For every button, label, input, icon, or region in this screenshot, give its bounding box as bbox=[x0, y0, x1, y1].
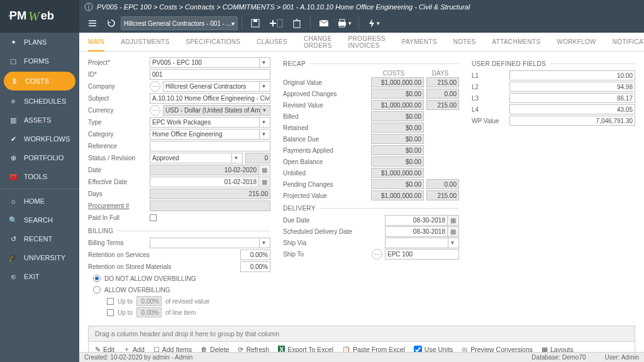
svg-text:i: i bbox=[88, 4, 89, 11]
sidebar-item-exit[interactable]: ⎋EXIT bbox=[0, 267, 79, 286]
sidebar-item-plans[interactable]: ✦PLANS bbox=[0, 33, 79, 52]
tab-workflow[interactable]: WORKFLOW bbox=[557, 33, 596, 50]
list-icon[interactable] bbox=[83, 15, 102, 31]
sidebar-item-costs[interactable]: $COSTS bbox=[4, 72, 75, 90]
history-icon[interactable] bbox=[102, 15, 121, 31]
calendar-icon[interactable]: ▦ bbox=[259, 177, 270, 187]
shipvia-select[interactable]: ▼ bbox=[385, 238, 459, 248]
tab-progress-invoices[interactable]: PROGRESS INVOICES bbox=[348, 30, 386, 54]
ret-materials-input[interactable]: 0.00% bbox=[240, 261, 270, 272]
billing-terms-select[interactable]: ▼ bbox=[150, 238, 270, 248]
calendar-icon[interactable]: ▦ bbox=[448, 215, 459, 226]
delete-button[interactable]: 🗑 Delete bbox=[201, 346, 229, 352]
tab-main[interactable]: MAIN bbox=[88, 33, 104, 52]
upto2-value[interactable]: 0.00% bbox=[136, 307, 162, 317]
record-selector[interactable]: Hillcrest General Contractors - 001 - ..… bbox=[121, 16, 238, 30]
label-procurement[interactable]: Procurement # bbox=[88, 202, 150, 209]
subject-input[interactable]: A.10.10.10 Home Office Engineering - Civ… bbox=[150, 93, 270, 104]
id-input[interactable]: 001 bbox=[150, 69, 270, 80]
upto1-value[interactable]: 0.00% bbox=[136, 296, 162, 306]
category-select[interactable]: Home Office Engineering▼ bbox=[150, 129, 270, 140]
refresh-button[interactable]: ⟳ Refresh bbox=[238, 346, 269, 352]
sidebar-item-tools[interactable]: 🧰TOOLS bbox=[0, 167, 79, 186]
upto2-checkbox[interactable] bbox=[107, 309, 114, 316]
sidebar-item-portfolio[interactable]: ⊕PORTFOLIO bbox=[0, 148, 79, 167]
currency-select[interactable]: USD - Dollar (United States of America)▼ bbox=[163, 105, 270, 116]
udf-value[interactable]: 86.17 bbox=[509, 93, 635, 103]
tab-notes[interactable]: NOTES bbox=[453, 33, 476, 50]
recap-cost: $0.00 bbox=[371, 156, 424, 167]
sidebar-item-university[interactable]: 🎓UNIVERSITY bbox=[0, 248, 79, 267]
tab-specifications[interactable]: SPECIFICATIONS bbox=[186, 33, 240, 50]
company-select[interactable]: Hillcrest General Contractors▼ bbox=[163, 81, 270, 92]
sidebar-item-recent[interactable]: ↺RECENT bbox=[0, 229, 79, 248]
project-select[interactable]: PV005 - EPC 100▼ bbox=[150, 57, 270, 68]
sched-date-input[interactable]: 08-30-2018 bbox=[385, 226, 448, 237]
sidebar-item-search[interactable]: 🔍SEARCH bbox=[0, 211, 79, 229]
udf-section: USER DEFINED FIELDS L110.00L294.98L386.1… bbox=[472, 57, 635, 318]
paste-excel-button[interactable]: 📋 Paste From Excel bbox=[342, 346, 405, 353]
udf-value[interactable]: 7,046,791.30 bbox=[509, 116, 635, 126]
tab-payments[interactable]: PAYMENTS bbox=[402, 33, 437, 50]
sidebar-item-schedules[interactable]: ≡SCHEDULES bbox=[0, 92, 79, 111]
save-icon[interactable] bbox=[246, 15, 265, 31]
tab-change-orders[interactable]: CHANGE ORDERS bbox=[304, 30, 332, 54]
mail-icon[interactable] bbox=[314, 15, 333, 31]
export-excel-button[interactable]: X Export To Excel bbox=[278, 346, 333, 352]
main-fields: ProjectPV005 - EPC 100▼ ID001 Company⋯Hi… bbox=[88, 57, 270, 318]
info-icon[interactable]: i bbox=[84, 3, 93, 11]
status-created: Created: 10-02-2020 by admin - Admin bbox=[84, 354, 192, 361]
sidebar-item-assets[interactable]: ▥ASSETS bbox=[0, 111, 79, 129]
recap-row: Balance Due$0.00 bbox=[283, 133, 459, 145]
edit-button[interactable]: ✎ Edit bbox=[95, 346, 114, 352]
tab-clauses[interactable]: CLAUSES bbox=[257, 33, 287, 50]
udf-value[interactable]: 94.98 bbox=[509, 82, 635, 92]
logo[interactable]: PMWeb‹ bbox=[0, 0, 79, 33]
tab-attachments[interactable]: ATTACHMENTS bbox=[492, 33, 541, 50]
add-icon[interactable] bbox=[265, 15, 287, 31]
group-hint[interactable]: Drag a column header and drop it here to… bbox=[89, 326, 635, 342]
layouts-button[interactable]: ▦ Layouts bbox=[541, 346, 574, 352]
status-select[interactable]: Approved▼ bbox=[150, 153, 243, 163]
currency-lookup-icon[interactable]: ⋯ bbox=[150, 105, 160, 116]
radio-allow-overbilling[interactable]: ALLOW OVERBILLING bbox=[88, 284, 270, 295]
line-items-grid: Drag a column header and drop it here to… bbox=[88, 326, 635, 352]
calendar-icon[interactable]: ▦ bbox=[448, 226, 459, 237]
recap-row: Projected Value$1,000,000.00215.00 bbox=[283, 190, 459, 201]
shipto-input[interactable]: EPC 100 bbox=[385, 249, 459, 260]
recap-section: RECAP COSTSDAYS Original Value$1,000,000… bbox=[283, 57, 459, 318]
add-button[interactable]: ＋ Add bbox=[123, 345, 145, 352]
recap-days bbox=[426, 168, 459, 178]
recap-row: Billed$0.00 bbox=[283, 111, 459, 122]
svg-text:‹: ‹ bbox=[8, 9, 11, 20]
use-units-toggle[interactable]: Use Units bbox=[414, 346, 453, 353]
preview-conversions-button[interactable]: ◎ Preview Conversions bbox=[462, 346, 533, 352]
sidebar-item-label: WORKFLOWS bbox=[24, 135, 70, 143]
label-status: Status / Revision bbox=[88, 155, 150, 162]
radio-no-overbilling[interactable]: DO NOT ALLOW OVERBILLING bbox=[88, 273, 270, 284]
recap-header-costs: COSTS bbox=[366, 70, 421, 77]
due-date-input[interactable]: 08-30-2018 bbox=[385, 215, 448, 226]
bolt-icon[interactable]: ▾ bbox=[363, 15, 384, 31]
udf-value[interactable]: 10.00 bbox=[509, 70, 635, 80]
reference-input[interactable] bbox=[150, 141, 270, 151]
label-type: Type bbox=[88, 119, 150, 126]
tab-adjustments[interactable]: ADJUSTMENTS bbox=[121, 33, 169, 50]
type-select[interactable]: EPC Work Packages▼ bbox=[150, 117, 270, 128]
udf-value[interactable]: 43.05 bbox=[509, 104, 635, 114]
ret-services-input[interactable]: 0.00% bbox=[240, 250, 270, 260]
paid-checkbox[interactable] bbox=[150, 214, 157, 221]
shipto-lookup-icon[interactable]: ⋯ bbox=[372, 249, 382, 260]
eff-date-input[interactable]: 01-02-2018 bbox=[150, 177, 259, 187]
sidebar-item-home[interactable]: ⌂HOME bbox=[0, 192, 79, 211]
company-lookup-icon[interactable]: ⋯ bbox=[150, 81, 160, 92]
delete-icon[interactable] bbox=[287, 15, 306, 31]
sidebar-item-workflows[interactable]: ✔WORKFLOWS bbox=[0, 129, 79, 148]
sidebar-item-forms[interactable]: ▢FORMS bbox=[0, 52, 79, 70]
print-icon[interactable]: ▾ bbox=[333, 15, 355, 31]
add-items-button[interactable]: ☐ Add Items bbox=[153, 346, 192, 352]
calendar-icon[interactable]: ▦ bbox=[259, 165, 270, 175]
upto1-checkbox[interactable] bbox=[107, 298, 114, 305]
date-input[interactable]: 10-02-2020 bbox=[150, 165, 259, 175]
tab-notifications[interactable]: NOTIFICATIONS bbox=[613, 33, 644, 50]
